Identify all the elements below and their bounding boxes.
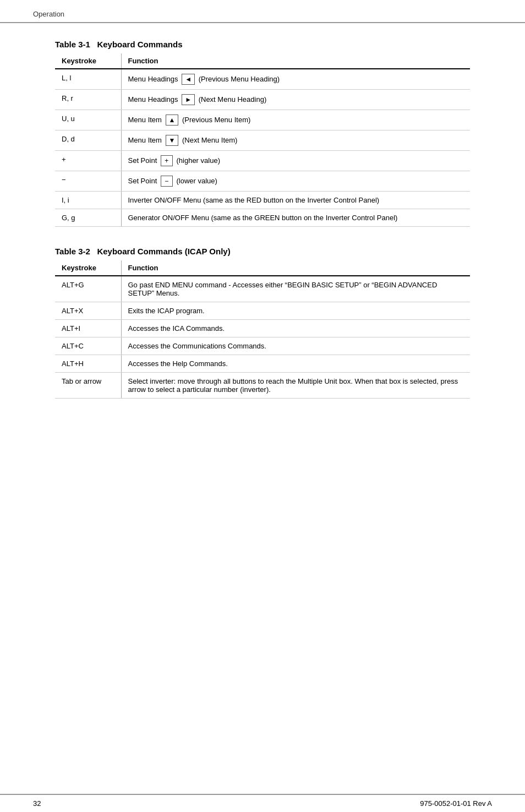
table-row: ALT+C Accesses the Communications Comman… <box>55 337 470 355</box>
table-row: L, l Menu Headings ◄ (Previous Menu Head… <box>55 69 470 90</box>
up-arrow-icon: ▲ <box>166 115 179 126</box>
table-row: ALT+H Accesses the Help Commands. <box>55 355 470 373</box>
keystroke-cell: L, l <box>55 69 121 90</box>
table1: Keystroke Function L, l Menu Headings ◄ … <box>55 53 470 227</box>
keystroke-cell: ALT+H <box>55 355 121 373</box>
table-row: − Set Point − (lower value) <box>55 171 470 192</box>
function-cell: Go past END MENU command - Accesses eith… <box>121 276 470 302</box>
table-row: ALT+G Go past END MENU command - Accesse… <box>55 276 470 302</box>
table2-label: Table 3-2 <box>55 247 90 256</box>
table2-section: Table 3-2 Keyboard Commands (ICAP Only) … <box>55 247 470 399</box>
keystroke-cell: Tab or arrow <box>55 373 121 399</box>
table1-section: Table 3-1 Keyboard Commands Keystroke Fu… <box>55 40 470 227</box>
keystroke-cell: + <box>55 151 121 171</box>
keystroke-cell: D, d <box>55 130 121 151</box>
function-cell: Select inverter: move through all button… <box>121 373 470 399</box>
page-footer: 32 975-0052-01-01 Rev A <box>0 794 525 812</box>
table2-col1-header: Keystroke <box>55 260 121 276</box>
function-cell: Set Point + (higher value) <box>121 151 470 171</box>
table-row: R, r Menu Headings ► (Next Menu Heading) <box>55 90 470 110</box>
page-number: 32 <box>33 799 41 808</box>
table1-title-rest: Keyboard Commands <box>97 40 182 49</box>
table2-col2-header: Function <box>121 260 470 276</box>
table2-title: Table 3-2 Keyboard Commands (ICAP Only) <box>55 247 470 256</box>
keystroke-cell: ALT+I <box>55 320 121 337</box>
right-arrow-icon: ► <box>182 94 195 105</box>
keystroke-cell: R, r <box>55 90 121 110</box>
table1-title: Table 3-1 Keyboard Commands <box>55 40 470 49</box>
function-cell: Exits the ICAP program. <box>121 302 470 320</box>
table-row: Tab or arrow Select inverter: move throu… <box>55 373 470 399</box>
minus-icon: − <box>161 176 173 187</box>
table1-label: Table 3-1 <box>55 40 90 49</box>
function-cell: Inverter ON/OFF Menu (same as the RED bu… <box>121 192 470 209</box>
table2: Keystroke Function ALT+G Go past END MEN… <box>55 260 470 399</box>
function-cell: Menu Item ▼ (Next Menu Item) <box>121 130 470 151</box>
keystroke-cell: U, u <box>55 110 121 130</box>
plus-icon: + <box>161 155 173 166</box>
keystroke-cell: ALT+X <box>55 302 121 320</box>
table-row: D, d Menu Item ▼ (Next Menu Item) <box>55 130 470 151</box>
table-row: G, g Generator ON/OFF Menu (same as the … <box>55 209 470 227</box>
table1-col1-header: Keystroke <box>55 53 121 69</box>
table-row: U, u Menu Item ▲ (Previous Menu Item) <box>55 110 470 130</box>
table-row: + Set Point + (higher value) <box>55 151 470 171</box>
function-cell: Set Point − (lower value) <box>121 171 470 192</box>
keystroke-cell: ALT+G <box>55 276 121 302</box>
keystroke-cell: I, i <box>55 192 121 209</box>
table2-header-row: Keystroke Function <box>55 260 470 276</box>
function-cell: Generator ON/OFF Menu (same as the GREEN… <box>121 209 470 227</box>
table-row: ALT+X Exits the ICAP program. <box>55 302 470 320</box>
page-content: Table 3-1 Keyboard Commands Keystroke Fu… <box>0 23 525 451</box>
function-cell: Menu Headings ► (Next Menu Heading) <box>121 90 470 110</box>
function-cell: Accesses the ICA Commands. <box>121 320 470 337</box>
keystroke-cell: G, g <box>55 209 121 227</box>
page-header: Operation <box>0 0 525 23</box>
left-arrow-icon: ◄ <box>182 74 195 85</box>
keystroke-cell: ALT+C <box>55 337 121 355</box>
function-cell: Accesses the Communications Commands. <box>121 337 470 355</box>
table1-header-row: Keystroke Function <box>55 53 470 69</box>
table2-title-rest: Keyboard Commands (ICAP Only) <box>97 247 230 256</box>
table-row: I, i Inverter ON/OFF Menu (same as the R… <box>55 192 470 209</box>
doc-reference: 975-0052-01-01 Rev A <box>420 799 492 808</box>
function-cell: Accesses the Help Commands. <box>121 355 470 373</box>
table1-col2-header: Function <box>121 53 470 69</box>
table-row: ALT+I Accesses the ICA Commands. <box>55 320 470 337</box>
down-arrow-icon: ▼ <box>166 135 179 146</box>
keystroke-cell: − <box>55 171 121 192</box>
header-text: Operation <box>33 10 64 18</box>
function-cell: Menu Item ▲ (Previous Menu Item) <box>121 110 470 130</box>
function-cell: Menu Headings ◄ (Previous Menu Heading) <box>121 69 470 90</box>
